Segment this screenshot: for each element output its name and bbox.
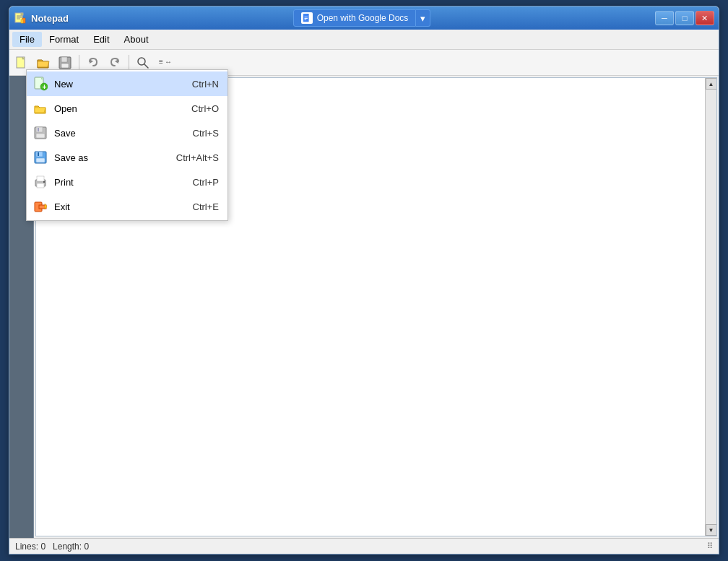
svg-rect-1: [21, 13, 23, 15]
svg-rect-30: [38, 128, 39, 131]
exit-label: Exit: [54, 201, 187, 212]
open-with-dropdown-button[interactable]: ▾: [416, 9, 430, 27]
status-right: ⠿: [707, 542, 713, 551]
open-icon: [32, 100, 48, 116]
save-icon: [32, 125, 48, 141]
scroll-track[interactable]: [706, 90, 716, 524]
saveas-shortcut: Ctrl+Alt+S: [176, 152, 219, 163]
svg-text:↔: ↔: [165, 58, 172, 66]
status-text: Lines: 0 Length: 0: [15, 542, 89, 552]
open-shortcut: Ctrl+O: [191, 103, 219, 114]
menu-item-saveas[interactable]: Save as Ctrl+Alt+S: [27, 145, 228, 170]
exit-shortcut: Ctrl+E: [193, 201, 219, 212]
svg-rect-8: [304, 17, 307, 17]
open-with-section: Open with Google Docs ▾: [293, 9, 431, 27]
new-shortcut: Ctrl+N: [192, 79, 219, 90]
menu-item-print[interactable]: Print Ctrl+P: [27, 170, 228, 194]
lines-label: Lines:: [15, 542, 38, 552]
lines-value: 0: [40, 542, 46, 552]
svg-rect-15: [61, 57, 67, 62]
svg-rect-34: [38, 152, 39, 156]
svg-marker-18: [115, 59, 118, 64]
menu-item-open[interactable]: Open Ctrl+O: [27, 96, 228, 121]
status-bar: Lines: 0 Length: 0 ⠿: [9, 538, 719, 554]
menu-edit[interactable]: Edit: [86, 32, 116, 47]
svg-rect-28: [36, 127, 43, 132]
open-with-google-docs-button[interactable]: Open with Google Docs: [293, 9, 417, 27]
title-bar-left: Notepad: [14, 12, 69, 25]
saveas-icon: [32, 149, 48, 165]
google-docs-icon: [301, 12, 313, 24]
svg-text:≡: ≡: [159, 58, 163, 66]
scroll-down-button[interactable]: ▼: [706, 524, 717, 536]
app-icon: [14, 12, 27, 25]
svg-marker-17: [90, 59, 93, 64]
svg-rect-32: [36, 152, 43, 157]
svg-rect-29: [36, 134, 45, 138]
svg-rect-16: [61, 64, 69, 68]
notepad-window: Notepad Open with Google Docs ▾: [9, 6, 719, 555]
menu-item-new[interactable]: + New Ctrl+N: [27, 71, 228, 96]
svg-rect-10: [304, 19, 306, 20]
print-label: Print: [54, 177, 187, 188]
svg-rect-36: [37, 176, 44, 181]
open-with-label: Open with Google Docs: [317, 13, 409, 23]
length-label: Length:: [53, 542, 82, 552]
length-value: 0: [84, 542, 89, 552]
toolbar-separator-2: [129, 55, 129, 71]
window-title: Notepad: [31, 13, 69, 24]
svg-rect-9: [304, 18, 307, 19]
open-label: Open: [54, 103, 186, 114]
new-label: New: [54, 79, 186, 90]
window-controls: ─ □ ✕: [655, 11, 714, 25]
saveas-label: Save as: [54, 152, 170, 163]
svg-text:+: +: [43, 83, 47, 91]
scroll-up-button[interactable]: ▲: [706, 78, 717, 90]
save-label: Save: [54, 128, 187, 139]
svg-point-38: [43, 181, 45, 183]
svg-rect-37: [37, 183, 44, 188]
exit-icon: [32, 199, 48, 214]
file-dropdown-menu: + New Ctrl+N Open Ctrl+O: [26, 69, 228, 221]
save-shortcut: Ctrl+S: [193, 128, 219, 139]
menu-bar: File Format Edit About: [9, 30, 719, 50]
svg-rect-6: [21, 19, 23, 23]
menu-file[interactable]: File: [12, 32, 42, 47]
maximize-button[interactable]: □: [675, 11, 694, 25]
minimize-button[interactable]: ─: [655, 11, 674, 25]
menu-item-save[interactable]: Save Ctrl+S: [27, 121, 228, 145]
title-bar: Notepad Open with Google Docs ▾: [9, 6, 719, 30]
print-icon: [32, 174, 48, 190]
menu-item-exit[interactable]: Exit Ctrl+E: [27, 194, 228, 219]
menu-about[interactable]: About: [117, 32, 156, 47]
svg-line-20: [144, 64, 148, 68]
toolbar-separator-1: [79, 55, 79, 71]
print-shortcut: Ctrl+P: [193, 177, 219, 188]
svg-rect-33: [36, 158, 45, 162]
new-icon: +: [32, 76, 48, 92]
vertical-scrollbar[interactable]: ▲ ▼: [705, 78, 716, 536]
close-button[interactable]: ✕: [696, 11, 714, 25]
menu-format[interactable]: Format: [42, 32, 86, 47]
